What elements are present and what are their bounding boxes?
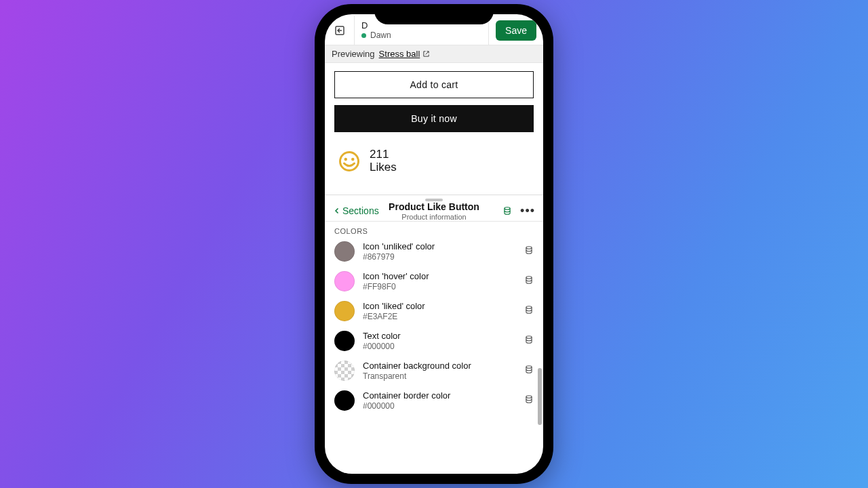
preview-strip: Previewing Stress ball <box>325 45 543 63</box>
connect-dynamic-source-button[interactable] <box>524 335 534 347</box>
database-icon <box>524 305 534 314</box>
database-icon <box>524 245 534 255</box>
database-icon <box>524 335 534 344</box>
color-setting-label: Icon 'liked' color <box>363 301 516 311</box>
settings-panel: Sections Product Like Button Product inf… <box>325 195 543 474</box>
color-setting-value: #E3AF2E <box>363 312 516 321</box>
database-icon <box>524 394 534 404</box>
svg-point-4 <box>505 207 510 210</box>
chevron-left-icon <box>333 207 341 215</box>
color-setting-value: #000000 <box>363 401 516 411</box>
color-setting-row[interactable]: Container border color#000000 <box>325 386 543 415</box>
connect-dynamic-source-button[interactable] <box>524 275 534 287</box>
more-actions-button[interactable]: ••• <box>520 205 535 217</box>
color-setting-row[interactable]: Container background colorTransparent <box>325 356 543 386</box>
phone-frame: D Dawn Save Previewing Stress ball <box>315 4 553 484</box>
previewing-label: Previewing <box>332 49 375 59</box>
dynamic-source-icon[interactable] <box>502 206 512 216</box>
status-dot-icon <box>361 33 366 38</box>
svg-point-8 <box>526 336 532 339</box>
panel-drag-handle[interactable] <box>325 195 543 205</box>
svg-point-9 <box>526 366 532 369</box>
color-swatch <box>334 271 355 291</box>
color-swatch <box>334 331 355 351</box>
color-swatch <box>334 241 355 262</box>
device-notch <box>374 4 494 24</box>
save-button[interactable]: Save <box>496 20 536 41</box>
external-link-icon <box>422 50 430 58</box>
like-button-block[interactable]: 211 Likes <box>334 148 534 174</box>
likes-label: Likes <box>370 161 397 174</box>
svg-point-1 <box>340 152 359 170</box>
connect-dynamic-source-button[interactable] <box>524 245 534 258</box>
screen: D Dawn Save Previewing Stress ball <box>325 14 543 474</box>
connect-dynamic-source-button[interactable] <box>524 305 534 317</box>
add-to-cart-button[interactable]: Add to cart <box>334 71 534 98</box>
panel-scrollbar[interactable] <box>538 226 542 470</box>
color-setting-row[interactable]: Icon 'unliked' color#867979 <box>325 237 543 266</box>
back-to-sections-button[interactable]: Sections <box>333 205 379 216</box>
color-setting-label: Text color <box>363 331 516 341</box>
color-setting-value: #867979 <box>363 252 516 262</box>
preview-product-link[interactable]: Stress ball <box>379 49 431 59</box>
buy-now-button[interactable]: Buy it now <box>334 105 534 132</box>
panel-body: COLORS Icon 'unliked' color#867979Icon '… <box>325 222 543 474</box>
connect-dynamic-source-button[interactable] <box>524 394 534 407</box>
svg-point-2 <box>344 157 348 161</box>
theme-status: Dawn <box>361 30 481 40</box>
exit-icon <box>334 24 346 37</box>
color-swatch <box>334 301 355 321</box>
connect-dynamic-source-button[interactable] <box>524 365 534 377</box>
color-setting-label: Container border color <box>363 390 516 401</box>
database-icon <box>524 365 534 374</box>
svg-point-10 <box>526 396 532 399</box>
panel-header: Sections Product Like Button Product inf… <box>325 205 543 222</box>
svg-point-7 <box>526 306 532 309</box>
exit-editor-button[interactable] <box>325 16 355 45</box>
preview-canvas: Add to cart Buy it now 211 Likes <box>325 63 543 195</box>
color-setting-row[interactable]: Icon 'liked' color#E3AF2E <box>325 296 543 326</box>
color-setting-value: #000000 <box>363 342 516 351</box>
color-swatch <box>334 361 355 381</box>
theme-name: Dawn <box>370 30 391 40</box>
smile-icon <box>337 149 361 174</box>
color-setting-value: Transparent <box>363 371 516 381</box>
color-swatch <box>334 390 355 411</box>
color-setting-row[interactable]: Text color#000000 <box>325 326 543 356</box>
color-setting-row[interactable]: Icon 'hover' color#FF98F0 <box>325 266 543 296</box>
svg-point-6 <box>526 277 532 279</box>
svg-point-3 <box>351 157 355 161</box>
colors-heading: COLORS <box>325 222 543 237</box>
color-setting-value: #FF98F0 <box>363 282 516 291</box>
preview-product-name: Stress ball <box>379 49 420 59</box>
svg-point-5 <box>526 247 532 249</box>
likes-count: 211 <box>370 148 397 161</box>
color-setting-label: Icon 'unliked' color <box>363 241 516 251</box>
back-label: Sections <box>342 205 379 216</box>
color-setting-label: Icon 'hover' color <box>363 271 516 281</box>
database-icon <box>524 275 534 285</box>
color-setting-label: Container background color <box>363 361 516 371</box>
